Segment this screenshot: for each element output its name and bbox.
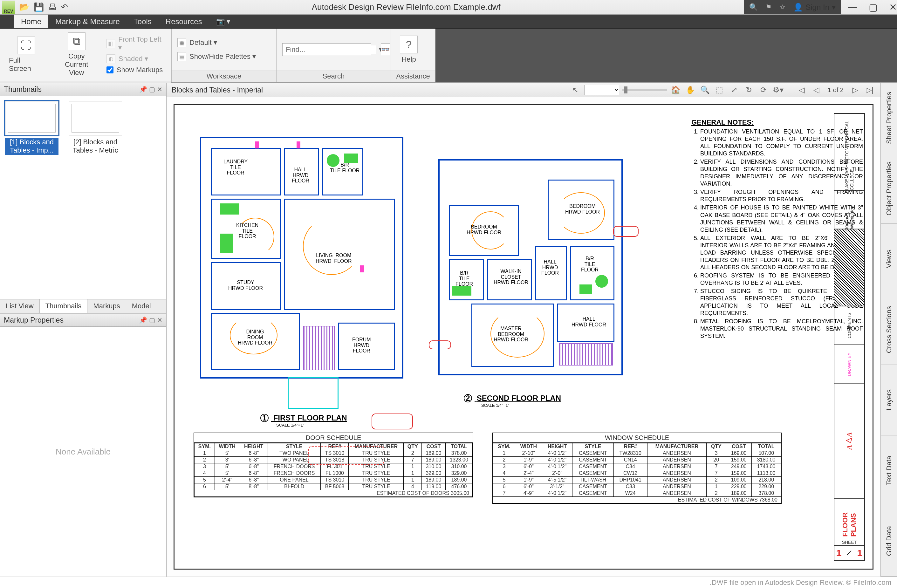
room-br22: B/R TILE FLOOR [581,256,599,273]
prev-sheet-icon[interactable]: ◁ [796,85,807,95]
sign-in-label: Sign In [805,3,829,12]
titlebar: REV 📂 💾 🖶 ↶ Autodesk Design Review FileI… [0,0,897,15]
panel-close-icon[interactable]: ✕ [157,86,162,93]
palette-tabs: List View Thumbnails Markups Model [0,299,166,313]
tb-college: LAKE WASHINGTON TECHNICAL COLLEGE [834,113,864,190]
rail-object-properties[interactable]: Object Properties [881,153,897,224]
app-icon[interactable]: REV [2,1,15,14]
full-screen-button[interactable]: ⛶ Full Screen [6,35,47,74]
panel-pin-icon[interactable]: 📌 [139,86,147,93]
rail-sheet-properties[interactable]: Sheet Properties [881,83,897,153]
markup-cloud-2[interactable] [613,226,638,237]
room-study: STUDY HRWD FLOOR [228,280,263,291]
rotate-icon[interactable]: ⟳ [758,85,769,95]
next-icon[interactable]: ▷ [849,85,861,95]
qa-print-icon[interactable]: 🖶 [48,2,57,12]
prev-icon[interactable]: ◁ [811,85,822,95]
pan-icon[interactable]: ✋ [685,85,696,95]
titleblock: LAKE WASHINGTON TECHNICAL COLLEGE Kirkla… [834,113,865,561]
tab-markups-list[interactable]: Markups [87,299,126,313]
sheet-name: Blocks and Tables - Imperial [171,86,263,94]
fp1-sub: SCALE 1/4"=1' [276,423,303,427]
zoom-extents-icon[interactable]: ⤢ [729,85,740,95]
next-sheet-icon[interactable]: ▷| [864,85,876,95]
qa-open-icon[interactable]: 📂 [19,2,29,12]
main-area: Thumbnails 📌 ▢ ✕ [1] Blocks and Tables -… [0,83,897,577]
room-walkin: WALK-IN CLOSET HRWD FLOOR [494,269,528,285]
copy-view-label: Copy Current View [56,52,97,77]
tb-flag-icon[interactable]: ⚑ [765,3,772,11]
default-workspace-button[interactable]: ▦Default ▾ [178,38,256,47]
search-button[interactable]: 👓 [381,43,390,56]
tab-list-view[interactable]: List View [0,299,40,313]
minimize-button[interactable]: — [848,2,857,13]
tab-model[interactable]: Model [126,299,157,313]
thumbnails-title: Thumbnails [4,85,41,94]
thumbnail-1[interactable]: [1] Blocks and Tables - Imp... [5,101,58,155]
tab-tools[interactable]: Tools [127,15,159,28]
rail-layers[interactable]: Layers [881,365,897,435]
zoom-window-icon[interactable]: ⬚ [714,85,726,95]
scale-select[interactable] [584,85,619,95]
settings-icon[interactable]: ⚙▾ [772,85,784,95]
close-button[interactable]: ✕ [889,2,897,13]
copy-view-button[interactable]: ⧉ Copy Current View [53,31,100,78]
thumbnails-area: [1] Blocks and Tables - Imp... [2] Block… [0,96,166,299]
tb-star-icon[interactable]: ☆ [779,3,786,11]
show-markups-checkbox[interactable]: Show Markups [107,66,165,74]
tb-binoculars-icon[interactable]: 🔍 [749,3,758,11]
document-area: Blocks and Tables - Imperial ↖ 🏠 ✋ 🔍 ⬚ ⤢… [167,83,880,577]
thumbnails-header: Thumbnails 📌 ▢ ✕ [0,83,166,96]
markup-cloud-door[interactable] [308,446,384,465]
tab-resources[interactable]: Resources [159,15,209,28]
room-forum: FORUM HRWD FLOOR [352,337,371,354]
tab-camera[interactable]: 📷 ▾ [209,15,237,28]
orbit-icon[interactable]: ↻ [743,85,755,95]
markup-cloud-1[interactable] [372,413,413,429]
markup-cloud-3[interactable] [429,340,451,349]
rail-cross-sections[interactable]: Cross Sections [881,294,897,365]
room-laundry: LAUNDRY TILE FLOOR [223,159,248,176]
right-rail: Sheet Properties Object Properties Views… [880,83,897,577]
rail-grid-data[interactable]: Grid Data [881,506,897,577]
tb-comments: COMMENTS [834,306,864,345]
cursor-icon[interactable]: ↖ [569,85,581,95]
shaded-label: Shaded ▾ [119,55,148,63]
panel-menu-icon[interactable]: ▢ [149,86,155,93]
find-input[interactable] [283,46,377,54]
zoom-in-icon[interactable]: 🔍 [699,85,711,95]
tab-home[interactable]: Home [14,15,48,28]
show-markups-input[interactable] [107,66,113,74]
sphere-icon: ◐ [107,54,115,63]
ftl-label: Front Top Left ▾ [118,35,165,52]
find-box[interactable]: ▾ [282,43,371,56]
mp-menu-icon[interactable]: ▢ [149,316,155,324]
shaded-button[interactable]: ◐Shaded ▾ [107,54,165,63]
qa-undo-icon[interactable]: ↶ [61,2,68,12]
fp2-sub: SCALE 1/4"=1' [481,403,508,408]
help-button[interactable]: ? Help [397,34,421,65]
thumb-2-caption: [2] Blocks and Tables - Metric [69,138,122,155]
mp-close-icon[interactable]: ✕ [157,316,162,324]
left-palettes: Thumbnails 📌 ▢ ✕ [1] Blocks and Tables -… [0,83,167,577]
sign-in-button[interactable]: 👤 Sign In ▾ [793,3,836,12]
maximize-button[interactable]: ▢ [869,2,878,13]
tab-thumbnails[interactable]: Thumbnails [40,299,88,313]
qa-save-icon[interactable]: 💾 [34,2,44,12]
tb-logo [834,229,864,306]
group-label-workspace: Workspace [171,70,276,82]
thumbnail-2[interactable]: [2] Blocks and Tables - Metric [69,101,122,155]
tab-markup-measure[interactable]: Markup & Measure [48,15,127,28]
fp1-title: FIRST FLOOR PLAN [273,413,347,422]
front-top-left-button[interactable]: ◧Front Top Left ▾ [107,35,165,52]
door-sched-title: DOOR SCHEDULE [194,433,473,443]
canvas[interactable]: LAUNDRY TILE FLOOR HALL HRWD FLOOR B/R T… [167,97,880,577]
mp-pin-icon[interactable]: 📌 [139,316,147,324]
rail-views[interactable]: Views [881,224,897,294]
markup-props-title: Markup Properties [4,316,64,325]
home-icon[interactable]: 🏠 [670,85,681,95]
rail-text-data[interactable]: Text Data [881,435,897,506]
show-hide-palettes-button[interactable]: ▤Show/Hide Palettes ▾ [178,52,256,61]
group-label-assistance: Assistance [391,70,435,82]
zoom-slider[interactable] [622,89,667,91]
